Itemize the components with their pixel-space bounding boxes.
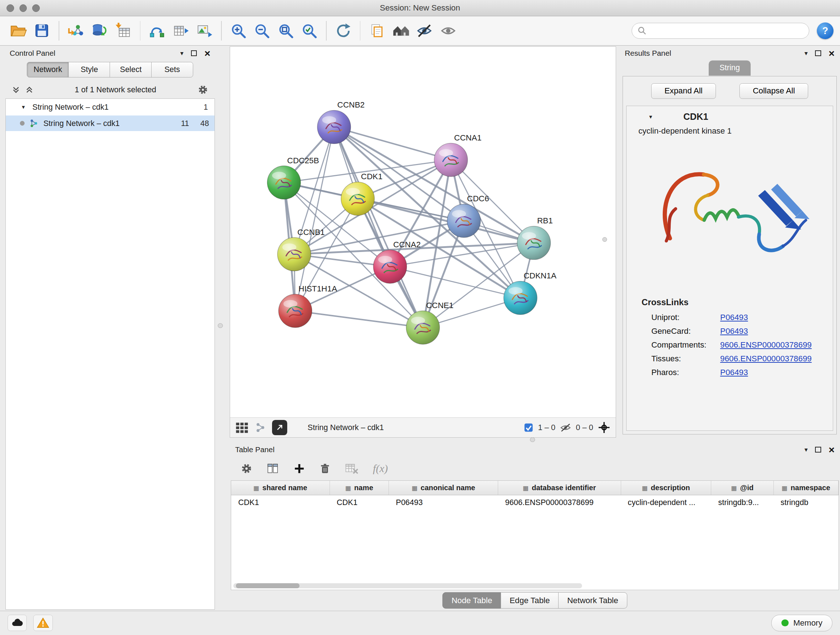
close-window-button[interactable] [6, 4, 14, 12]
tab-node-table[interactable]: Node Table [442, 592, 501, 609]
new-network-from-selection-button[interactable] [145, 19, 169, 42]
node-HIST1H1A[interactable]: HIST1H1A [279, 284, 337, 328]
open-in-browser-button[interactable] [272, 420, 287, 435]
zoom-window-button[interactable] [32, 4, 40, 12]
fit-crosshair-icon[interactable] [598, 421, 611, 434]
genecard-link[interactable]: P06493 [720, 326, 748, 336]
zoom-in-button[interactable] [226, 19, 250, 42]
close-panel-icon[interactable]: × [829, 447, 835, 453]
table-cell[interactable]: stringdb [774, 495, 838, 510]
import-table-button[interactable] [111, 19, 135, 42]
zoom-fit-button[interactable] [274, 19, 297, 42]
column-header-namespace[interactable]: ▦namespace [774, 481, 838, 495]
panel-menu-icon[interactable]: ▾ [805, 446, 808, 454]
tab-network[interactable]: Network [27, 62, 69, 78]
float-panel-icon[interactable] [815, 447, 821, 453]
column-header-shared-name[interactable]: ▦shared name [231, 481, 330, 495]
horizontal-scrollbar[interactable] [233, 583, 582, 588]
column-type-icon: ▦ [346, 485, 351, 491]
column-header-database-identifier[interactable]: ▦database identifier [498, 481, 621, 495]
share-icon[interactable] [255, 422, 266, 433]
expand-all-button[interactable]: Expand All [651, 83, 716, 99]
panel-menu-icon[interactable]: ▾ [805, 49, 808, 57]
gear-icon[interactable] [197, 84, 208, 95]
expand-all-icon[interactable] [25, 86, 33, 94]
scrollbar-thumb[interactable] [236, 583, 300, 588]
uniprot-link[interactable]: P06493 [720, 313, 748, 322]
float-panel-icon[interactable] [191, 50, 197, 56]
tab-edge-table[interactable]: Edge Table [501, 592, 559, 609]
tissues-link[interactable]: 9606.ENSP00000378699 [720, 354, 812, 363]
save-session-button[interactable] [30, 19, 54, 42]
table-cell[interactable]: CDK1 [330, 495, 389, 510]
birdseye-grid-icon[interactable] [235, 422, 248, 433]
search-box[interactable] [632, 23, 809, 39]
zoom-selected-button[interactable] [297, 19, 321, 42]
add-column-icon[interactable] [294, 463, 305, 475]
warnings-button[interactable] [33, 615, 53, 631]
show-columns-icon[interactable] [266, 462, 279, 475]
cloud-status-button[interactable] [8, 615, 27, 631]
export-image-button[interactable] [193, 19, 216, 42]
table-cell[interactable]: cyclin-dependent ... [621, 495, 711, 510]
eye-icon [440, 22, 456, 39]
zoom-out-button[interactable] [250, 19, 273, 42]
node-CCNA1[interactable]: CCNA1 [434, 133, 482, 177]
splitter-handle[interactable] [530, 437, 535, 442]
apply-layout-button[interactable] [332, 19, 355, 42]
import-network-icon [68, 22, 84, 39]
memory-button[interactable]: Memory [771, 615, 832, 631]
delete-column-icon[interactable] [319, 463, 331, 475]
function-builder-button[interactable]: f(x) [373, 462, 388, 475]
collapse-all-button[interactable]: Collapse All [739, 83, 808, 99]
compartments-link[interactable]: 9606.ENSP00000378699 [720, 340, 812, 350]
splitter-handle[interactable] [218, 323, 223, 328]
show-all-button[interactable] [436, 19, 460, 42]
node-RB1[interactable]: RB1 [517, 216, 553, 260]
external-link-icon [275, 423, 284, 432]
column-header-name[interactable]: ▦name [330, 481, 389, 495]
table-cell[interactable]: stringdb:9... [711, 495, 774, 510]
table-cell[interactable]: P06493 [389, 495, 498, 510]
table-cell[interactable]: 9606.ENSP00000378699 [498, 495, 621, 510]
column-header-description[interactable]: ▦description [621, 481, 711, 495]
hide-selected-button[interactable] [413, 19, 436, 42]
panel-menu-icon[interactable]: ▾ [180, 49, 183, 57]
import-network-database-button[interactable] [88, 19, 111, 42]
tab-select[interactable]: Select [110, 62, 152, 78]
float-panel-icon[interactable] [815, 50, 821, 56]
table-cell[interactable]: CDK1 [231, 495, 330, 510]
node-table: ▦shared name▦name▦canonical name▦databas… [231, 480, 839, 590]
tab-network-table[interactable]: Network Table [558, 592, 627, 609]
home-view-button[interactable] [389, 19, 412, 42]
table-row[interactable]: CDK1CDK1P064939606.ENSP00000378699cyclin… [231, 495, 838, 510]
close-panel-icon[interactable]: × [829, 50, 835, 56]
help-button[interactable]: ? [817, 22, 834, 39]
minimize-window-button[interactable] [19, 4, 27, 12]
splitter-handle[interactable] [602, 237, 607, 242]
node-CDK1[interactable]: CDK1 [341, 172, 383, 215]
network-collection-row[interactable]: ▾ String Network – cdk1 1 [6, 99, 215, 116]
open-session-button[interactable] [6, 19, 30, 42]
search-input[interactable] [650, 27, 804, 35]
gene-expander-icon[interactable]: ▾ [649, 113, 652, 120]
import-network-file-button[interactable] [64, 19, 88, 42]
column-header-canonical-name[interactable]: ▦canonical name [389, 481, 498, 495]
node-CDKN1A[interactable]: CDKN1A [504, 271, 557, 315]
network-graph[interactable]: CCNB2CCNA1CDC25BCDK1CDC6RB1CCNB1CCNA2CDK… [230, 47, 616, 417]
close-panel-icon[interactable]: × [204, 50, 210, 56]
node-CDC25B[interactable]: CDC25B [267, 156, 319, 200]
node-CCNB2[interactable]: CCNB2 [317, 100, 365, 144]
collapse-all-icon[interactable] [12, 86, 20, 94]
network-row-selected[interactable]: String Network – cdk1 11 48 [6, 116, 215, 131]
collection-expander-icon[interactable]: ▾ [22, 103, 25, 111]
pharos-link[interactable]: P06493 [720, 368, 748, 377]
tab-string[interactable]: String [709, 60, 751, 76]
network-canvas[interactable]: CCNB2CCNA1CDC25BCDK1CDC6RB1CCNB1CCNA2CDK… [230, 47, 616, 417]
gear-icon[interactable] [240, 463, 253, 475]
tab-sets[interactable]: Sets [151, 62, 193, 78]
annotation-button[interactable] [365, 19, 389, 42]
export-table-button[interactable] [169, 19, 193, 42]
column-header--id[interactable]: ▦@id [711, 481, 774, 495]
tab-style[interactable]: Style [68, 62, 111, 78]
